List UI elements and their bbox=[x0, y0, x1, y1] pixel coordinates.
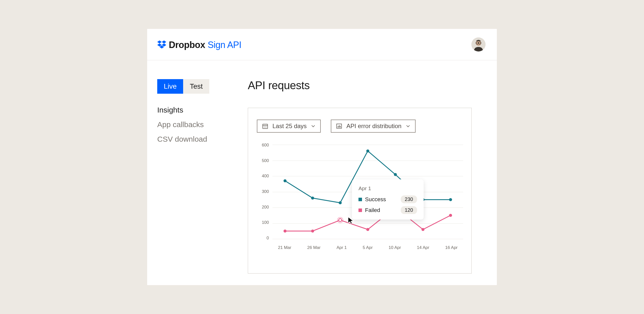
main: API requests Last 25 days bbox=[248, 79, 487, 274]
svg-point-28 bbox=[284, 230, 287, 233]
svg-point-34 bbox=[449, 214, 452, 217]
svg-marker-0 bbox=[157, 40, 162, 43]
y-tick: 200 bbox=[257, 205, 272, 210]
mode-tab-live[interactable]: Live bbox=[157, 79, 183, 94]
svg-point-12 bbox=[265, 126, 265, 127]
y-tick: 300 bbox=[257, 189, 272, 194]
svg-point-15 bbox=[265, 127, 265, 128]
svg-rect-18 bbox=[338, 126, 339, 127]
x-tick: Apr 1 bbox=[337, 245, 347, 250]
brand-secondary: Sign API bbox=[208, 40, 242, 50]
x-tick: 5 Apr bbox=[363, 245, 373, 250]
sidebar-item-app-callbacks[interactable]: App callbacks bbox=[157, 120, 230, 129]
plot-area: 0100200300400500600 21 Mar26 MarApr 15 A… bbox=[257, 143, 463, 256]
date-range-dropdown[interactable]: Last 25 days bbox=[257, 120, 321, 133]
y-tick: 600 bbox=[257, 143, 272, 148]
y-tick: 100 bbox=[257, 220, 272, 225]
chart-tooltip: Apr 1 Success 230 Failed bbox=[352, 179, 424, 220]
x-tick: 26 Mar bbox=[307, 245, 320, 250]
chevron-down-icon bbox=[311, 124, 316, 129]
page-title: API requests bbox=[248, 79, 487, 92]
dropbox-logo-icon bbox=[157, 40, 166, 49]
svg-point-13 bbox=[266, 126, 266, 127]
y-tick: 0 bbox=[257, 236, 272, 241]
brand: Dropbox Sign API bbox=[157, 39, 242, 50]
sidebar: Live Test Insights App callbacks CSV dow… bbox=[157, 79, 230, 274]
svg-point-22 bbox=[311, 197, 314, 200]
svg-point-14 bbox=[264, 127, 264, 128]
svg-rect-20 bbox=[340, 126, 341, 128]
svg-point-11 bbox=[264, 126, 264, 127]
y-tick: 400 bbox=[257, 174, 272, 179]
brand-primary: Dropbox bbox=[169, 40, 205, 50]
distribution-label: API error distribution bbox=[346, 123, 401, 130]
x-tick: 21 Mar bbox=[278, 245, 291, 250]
chart-panel: Last 25 days API error distribution bbox=[248, 108, 472, 274]
svg-point-23 bbox=[339, 201, 342, 204]
chart-controls: Last 25 days API error distribution bbox=[257, 120, 463, 133]
header: Dropbox Sign API bbox=[147, 29, 497, 60]
svg-point-24 bbox=[366, 149, 369, 152]
tooltip-value-failed: 120 bbox=[401, 206, 417, 214]
svg-point-25 bbox=[394, 173, 397, 176]
y-tick: 500 bbox=[257, 158, 272, 163]
svg-point-29 bbox=[311, 230, 314, 233]
x-tick: 16 Apr bbox=[445, 245, 458, 250]
date-range-label: Last 25 days bbox=[272, 123, 307, 130]
svg-point-31 bbox=[366, 228, 369, 231]
svg-rect-19 bbox=[339, 125, 340, 128]
tooltip-value-success: 230 bbox=[401, 195, 417, 203]
x-axis: 21 Mar26 MarApr 15 Apr10 Apr14 Apr16 Apr bbox=[272, 245, 463, 250]
cursor-icon bbox=[347, 217, 355, 225]
svg-marker-1 bbox=[162, 40, 166, 43]
tooltip-label-success: Success bbox=[365, 196, 386, 203]
x-tick: 14 Apr bbox=[417, 245, 429, 250]
svg-point-27 bbox=[449, 198, 452, 201]
sidebar-item-csv-download[interactable]: CSV download bbox=[157, 135, 230, 143]
swatch-success bbox=[358, 198, 362, 201]
nav-list: Insights App callbacks CSV download bbox=[157, 106, 230, 143]
tooltip-label-failed: Failed bbox=[365, 207, 380, 214]
bar-chart-icon bbox=[336, 123, 342, 129]
mode-tabs: Live Test bbox=[157, 79, 230, 94]
distribution-dropdown[interactable]: API error distribution bbox=[331, 120, 416, 133]
svg-point-36 bbox=[339, 219, 342, 222]
app-window: Dropbox Sign API Live Test Insights App … bbox=[147, 29, 497, 285]
y-axis: 0100200300400500600 bbox=[257, 143, 272, 241]
tooltip-date: Apr 1 bbox=[358, 185, 417, 191]
chevron-down-icon bbox=[406, 124, 411, 129]
svg-point-33 bbox=[421, 228, 424, 231]
body: Live Test Insights App callbacks CSV dow… bbox=[147, 60, 497, 274]
tooltip-row-success: Success 230 bbox=[358, 195, 417, 203]
mode-tab-test[interactable]: Test bbox=[183, 79, 209, 94]
avatar[interactable] bbox=[471, 37, 486, 51]
calendar-icon bbox=[262, 123, 268, 129]
x-tick: 10 Apr bbox=[389, 245, 401, 250]
tooltip-row-failed: Failed 120 bbox=[358, 206, 417, 214]
svg-point-21 bbox=[284, 179, 287, 182]
svg-point-16 bbox=[266, 127, 266, 128]
sidebar-item-insights[interactable]: Insights bbox=[157, 106, 230, 114]
swatch-failed bbox=[358, 208, 362, 212]
